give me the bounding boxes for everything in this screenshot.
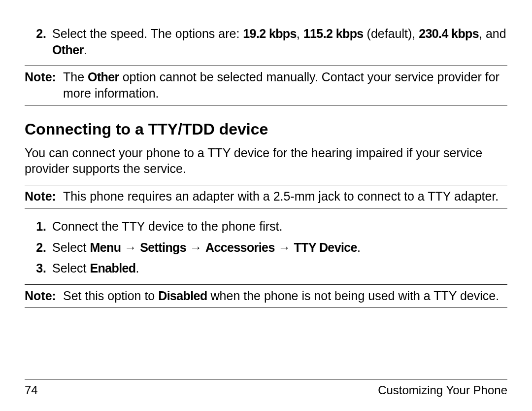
- text: (default),: [364, 27, 419, 40]
- arrow: →: [186, 240, 205, 254]
- bold-disabled: Disabled: [158, 289, 207, 303]
- text: .: [84, 43, 87, 57]
- step-text: Connect the TTY device to the phone firs…: [52, 218, 507, 235]
- step-number: 1.: [25, 218, 52, 235]
- menu-path-settings: Settings: [140, 240, 186, 254]
- note-text: This phone requires an adapter with a 2.…: [63, 188, 507, 205]
- step-item: 2. Select Menu → Settings → Accessories …: [25, 240, 507, 256]
- menu-path-menu: Menu: [90, 240, 121, 254]
- note-block: Note: The Other option cannot be selecte…: [25, 66, 507, 105]
- text: Select: [52, 261, 90, 275]
- text: The: [63, 70, 88, 84]
- arrow: →: [275, 240, 294, 254]
- text: .: [357, 240, 361, 254]
- text: Set this option to: [63, 289, 158, 303]
- page-number: 74: [25, 383, 38, 397]
- text: option cannot be selected manually. Cont…: [63, 70, 499, 100]
- page-footer: 74 Customizing Your Phone: [25, 379, 507, 397]
- arrow: →: [121, 240, 140, 254]
- menu-path-tty-device: TTY Device: [294, 240, 357, 254]
- step-number: 2.: [25, 26, 52, 58]
- text: Select: [52, 240, 90, 254]
- text: ,: [297, 27, 303, 40]
- note-label: Note:: [25, 69, 63, 101]
- text: , and: [479, 27, 506, 40]
- menu-path-accessories: Accessories: [205, 240, 275, 254]
- step-item: 3. Select Enabled.: [25, 260, 507, 276]
- step-number: 3.: [25, 260, 52, 276]
- option-230-4: 230.4 kbps: [419, 27, 479, 40]
- note-text: The Other option cannot be selected manu…: [63, 69, 507, 101]
- document-page: 2. Select the speed. The options are: 19…: [0, 0, 532, 411]
- option-19-2: 19.2 kbps: [243, 27, 297, 40]
- option-115-2: 115.2 kbps: [303, 27, 364, 40]
- note-text: Set this option to Disabled when the pho…: [63, 288, 507, 304]
- step-number: 2.: [25, 240, 52, 256]
- step-text: Select the speed. The options are: 19.2 …: [52, 26, 507, 58]
- section-intro: You can connect your phone to a TTY devi…: [25, 145, 507, 177]
- bold-other: Other: [88, 70, 119, 84]
- text: .: [135, 261, 139, 275]
- text: when the phone is not being used with a …: [207, 289, 499, 303]
- section-heading: Connecting to a TTY/TDD device: [25, 119, 507, 140]
- page-content: 2. Select the speed. The options are: 19…: [25, 26, 507, 308]
- bold-enabled: Enabled: [90, 261, 135, 275]
- note-label: Note:: [25, 188, 63, 205]
- note-label: Note:: [25, 288, 63, 304]
- step-item: 2. Select the speed. The options are: 19…: [25, 26, 507, 58]
- section-title: Customizing Your Phone: [378, 383, 507, 397]
- step-text: Select Menu → Settings → Accessories → T…: [52, 240, 507, 256]
- step-text: Select Enabled.: [52, 260, 507, 276]
- step-item: 1. Connect the TTY device to the phone f…: [25, 218, 507, 235]
- option-other: Other: [52, 43, 84, 57]
- note-block: Note: Set this option to Disabled when t…: [25, 284, 507, 308]
- text: Select the speed. The options are:: [52, 27, 243, 40]
- note-block: Note: This phone requires an adapter wit…: [25, 185, 507, 209]
